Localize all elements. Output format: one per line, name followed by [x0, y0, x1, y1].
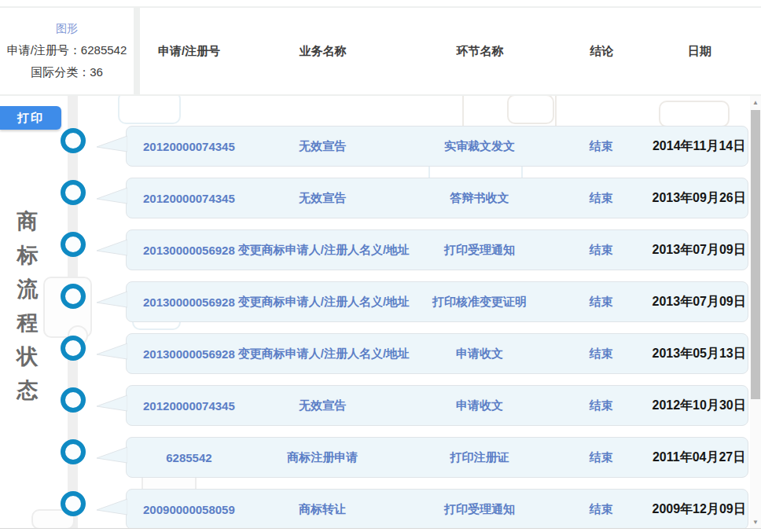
cell-stage-name: 打印受理通知	[407, 243, 553, 258]
cell-application-number: 20120000074345	[140, 140, 238, 153]
rows-container: 20120000074345 无效宣告 实审裁文发文 结束 2014年11月14…	[0, 126, 750, 528]
bubble-tail-icon	[96, 446, 127, 464]
cell-business-name: 变更商标申请人/注册人名义/地址	[238, 243, 407, 258]
cell-conclusion: 结束	[552, 450, 650, 465]
cell-stage-name: 打印核准变更证明	[407, 295, 553, 310]
vertical-title-char: 状	[16, 346, 39, 368]
bubble-tail-icon	[96, 394, 127, 412]
cell-conclusion: 结束	[552, 502, 650, 517]
cell-application-number: 20120000074345	[140, 192, 238, 205]
cell-business-name: 商标注册申请	[238, 450, 407, 465]
timeline-node-icon	[61, 336, 86, 361]
watermark-shape	[118, 96, 181, 124]
status-bubble: 20130000056928 变更商标申请人/注册人名义/地址 打印受理通知 结…	[126, 229, 748, 270]
cell-stage-name: 申请收文	[407, 347, 553, 361]
status-bubble: 20120000074345 无效宣告 申请收文 结束 2012年10月30日	[126, 385, 748, 426]
timeline-row: 20130000056928 变更商标申请人/注册人名义/地址 打印核准变更证明…	[0, 281, 750, 322]
cell-application-number: 6285542	[140, 451, 238, 464]
timeline-node-icon	[61, 387, 86, 413]
vertical-title-char: 标	[16, 244, 39, 266]
cell-conclusion: 结束	[552, 295, 650, 310]
graphic-type-label: 图形	[56, 22, 78, 36]
column-header: 业务名称	[238, 44, 407, 59]
bubble-tail-icon	[96, 187, 127, 204]
cell-business-name: 变更商标申请人/注册人名义/地址	[238, 295, 407, 310]
status-bubble: 20120000074345 无效宣告 实审裁文发文 结束 2014年11月14…	[126, 126, 748, 167]
timeline-viewport: 打印 商标流程状态 20120000074345 无效宣告 实审裁文发文 结束 …	[0, 96, 750, 528]
bubble-tail-icon	[96, 135, 127, 152]
timeline-node-icon	[61, 439, 86, 464]
status-bubble: 20130000056928 变更商标申请人/注册人名义/地址 申请收文 结束 …	[126, 333, 748, 374]
cell-business-name: 变更商标申请人/注册人名义/地址	[238, 347, 407, 361]
vertical-title-char: 流	[16, 278, 39, 300]
vertical-scrollbar[interactable]: ▲ ▼	[750, 96, 761, 528]
cell-conclusion: 结束	[552, 191, 650, 206]
timeline-node-icon	[61, 491, 86, 516]
bubble-tail-icon	[96, 498, 127, 515]
timeline-row: 20130000056928 变更商标申请人/注册人名义/地址 申请收文 结束 …	[0, 333, 750, 374]
cell-date: 2009年12月09日	[650, 501, 748, 518]
cell-application-number: 20090000058059	[140, 503, 238, 516]
scroll-down-icon[interactable]: ▼	[750, 515, 761, 528]
cell-stage-name: 打印注册证	[407, 450, 553, 465]
timeline-row: 20120000074345 无效宣告 申请收文 结束 2012年10月30日	[0, 385, 750, 426]
timeline-row: 20120000074345 无效宣告 实审裁文发文 结束 2014年11月14…	[0, 126, 750, 167]
status-bubble: 20130000056928 变更商标申请人/注册人名义/地址 打印核准变更证明…	[126, 281, 748, 322]
status-bubble: 20090000058059 商标转让 打印受理通知 结束 2009年12月09…	[126, 489, 748, 528]
table-header-row: 申请/注册号业务名称环节名称结论日期	[140, 8, 761, 94]
cell-date: 2013年07月09日	[650, 242, 748, 259]
cell-date: 2011年04月27日	[650, 449, 748, 466]
cell-conclusion: 结束	[552, 347, 650, 361]
cell-date: 2013年07月09日	[650, 294, 748, 310]
status-bubble: 6285542 商标注册申请 打印注册证 结束 2011年04月27日	[126, 437, 748, 478]
international-class-line: 国际分类：36	[31, 65, 103, 80]
registration-number-line: 申请/注册号：6285542	[7, 43, 127, 58]
cell-stage-name: 答辩书收文	[407, 191, 553, 206]
cell-business-name: 商标转让	[238, 502, 407, 517]
cell-stage-name: 申请收文	[407, 398, 553, 413]
scrollbar-thumb[interactable]	[751, 110, 760, 399]
cell-date: 2013年09月26日	[650, 190, 748, 207]
trademark-status-page: 图形 申请/注册号：6285542 国际分类：36 申请/注册号业务名称环节名称…	[0, 0, 761, 532]
print-button[interactable]: 打印	[0, 106, 61, 130]
cell-conclusion: 结束	[552, 398, 650, 413]
watermark-shape	[507, 96, 554, 124]
cell-conclusion: 结束	[552, 139, 650, 154]
bottom-divider	[0, 528, 761, 529]
cell-application-number: 20130000056928	[140, 347, 238, 361]
timeline-node-icon	[61, 284, 86, 309]
timeline-row: 6285542 商标注册申请 打印注册证 结束 2011年04月27日	[0, 437, 750, 478]
timeline-row: 20130000056928 变更商标申请人/注册人名义/地址 打印受理通知 结…	[0, 229, 750, 270]
bubble-tail-icon	[96, 291, 127, 308]
bubble-tail-icon	[96, 239, 127, 256]
cell-date: 2014年11月14日	[650, 138, 748, 155]
trademark-info-card: 图形 申请/注册号：6285542 国际分类：36	[0, 8, 134, 94]
column-header: 申请/注册号	[140, 44, 238, 59]
vertical-title-char: 商	[16, 211, 39, 233]
page-vertical-title: 商标流程状态	[16, 211, 39, 402]
watermark-shape	[659, 101, 730, 127]
scroll-up-icon[interactable]: ▲	[750, 96, 761, 108]
vertical-title-char: 态	[16, 380, 39, 402]
cell-application-number: 20130000056928	[140, 295, 238, 309]
cell-date: 2013年05月13日	[650, 346, 748, 362]
cell-date: 2012年10月30日	[650, 398, 748, 414]
cell-application-number: 20130000056928	[140, 244, 238, 257]
cell-business-name: 无效宣告	[238, 398, 407, 413]
cell-stage-name: 打印受理通知	[407, 502, 553, 517]
cell-stage-name: 实审裁文发文	[407, 139, 553, 154]
timeline-node-icon	[61, 128, 86, 153]
column-header: 日期	[651, 44, 748, 59]
column-header: 环节名称	[407, 44, 553, 59]
timeline-node-icon	[61, 232, 86, 257]
cell-business-name: 无效宣告	[238, 139, 407, 154]
timeline-node-icon	[61, 180, 86, 205]
column-header: 结论	[553, 44, 651, 59]
cell-conclusion: 结束	[552, 243, 650, 258]
vertical-title-char: 程	[16, 312, 39, 334]
timeline-row: 20090000058059 商标转让 打印受理通知 结束 2009年12月09…	[0, 489, 750, 528]
timeline-row: 20120000074345 无效宣告 答辩书收文 结束 2013年09月26日	[0, 178, 750, 218]
status-bubble: 20120000074345 无效宣告 答辩书收文 结束 2013年09月26日	[126, 178, 748, 218]
bubble-tail-icon	[96, 343, 127, 360]
cell-business-name: 无效宣告	[238, 191, 407, 206]
